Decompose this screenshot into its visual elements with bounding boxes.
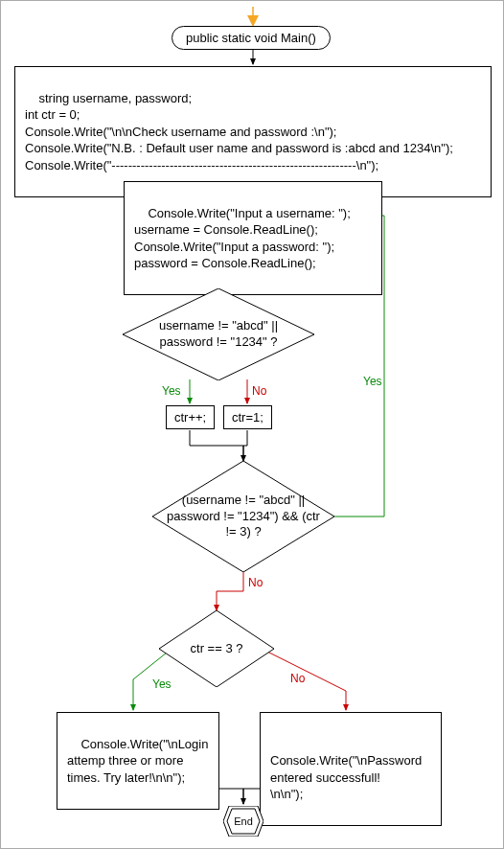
- start-node: public static void Main(): [172, 26, 331, 50]
- d2-yes-label: Yes: [363, 375, 382, 388]
- result-no-text: Console.Write("\nPassword entered succes…: [270, 753, 422, 801]
- decision-ctr3: ctr == 3 ?: [159, 610, 274, 687]
- input-text: Console.Write("Input a username: "); use…: [134, 206, 351, 271]
- decision-loop: (username != "abcd" || password != "1234…: [152, 461, 334, 572]
- decision-credentials: username != "abcd" || password != "1234"…: [123, 288, 314, 380]
- end-label: End: [234, 815, 253, 827]
- init-text: string username, password; int ctr = 0; …: [25, 91, 453, 172]
- ctr-increment: ctr++;: [166, 405, 215, 429]
- flowchart-canvas: public static void Main() string usernam…: [0, 0, 504, 849]
- init-process: string username, password; int ctr = 0; …: [14, 66, 492, 197]
- d1-yes-label: Yes: [162, 384, 181, 398]
- d1-no-label: No: [252, 384, 266, 398]
- ctr-one-text: ctr=1;: [232, 410, 263, 424]
- d2-no-label: No: [248, 576, 263, 589]
- d3-no-label: No: [290, 672, 305, 685]
- decision1-text: username != "abcd" || password != "1234"…: [132, 318, 305, 351]
- decision3-text: ctr == 3 ?: [191, 641, 243, 657]
- result-login-fail: Console.Write("\nLogin attemp three or m…: [57, 712, 219, 810]
- result-yes-text: Console.Write("\nLogin attemp three or m…: [67, 737, 208, 785]
- ctr-inc-text: ctr++;: [174, 410, 206, 424]
- ctr-set-one: ctr=1;: [223, 405, 272, 429]
- decision2-text: (username != "abcd" || password != "1234…: [162, 493, 325, 541]
- input-process: Console.Write("Input a username: "); use…: [124, 181, 382, 295]
- end-node: End: [223, 806, 263, 837]
- start-label: public static void Main(): [186, 31, 316, 45]
- result-login-success: Console.Write("\nPassword entered succes…: [260, 712, 442, 826]
- d3-yes-label: Yes: [152, 677, 172, 691]
